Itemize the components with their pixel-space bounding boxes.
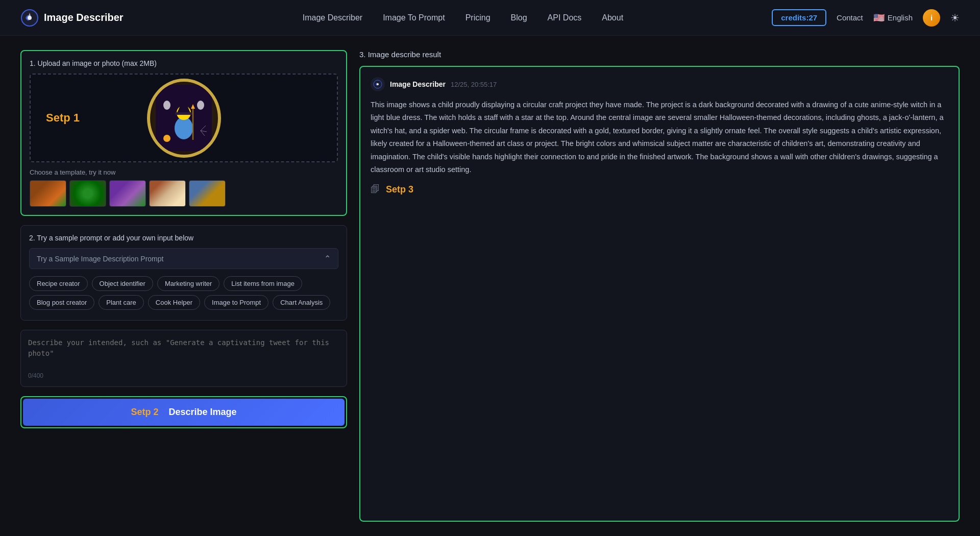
upload-title: 1. Upload an image or photo (max 2MB) (30, 59, 338, 67)
image-preview: Setp 1 (31, 75, 337, 161)
logo-icon (20, 9, 39, 27)
logo-area: Image Describer (20, 9, 124, 27)
result-timestamp: 12/25, 20:55:17 (451, 81, 497, 88)
craft-image-inner (153, 87, 214, 149)
tag-chart-analysis[interactable]: Chart Analysis (273, 295, 330, 310)
nav-api-docs[interactable]: API Docs (548, 13, 582, 22)
svg-point-3 (175, 117, 193, 139)
flag-icon: 🇺🇸 (873, 12, 885, 23)
nav-image-describer[interactable]: Image Describer (303, 13, 362, 22)
user-avatar[interactable]: i (923, 9, 940, 27)
char-count: 0/400 (28, 372, 339, 379)
result-section-title: 3. Image describe result (359, 50, 960, 59)
svg-point-16 (377, 83, 379, 85)
describe-image-button[interactable]: Setp 2 Describe Image (23, 399, 345, 426)
tag-image-to-prompt[interactable]: Image to Prompt (204, 295, 268, 310)
svg-point-11 (163, 135, 170, 142)
dropdown-placeholder: Try a Sample Image Description Prompt (37, 255, 163, 263)
nav-pricing[interactable]: Pricing (465, 13, 491, 22)
theme-toggle-icon[interactable]: ☀ (950, 12, 960, 24)
svg-point-10 (197, 101, 204, 110)
template-thumbnail-5[interactable] (189, 180, 226, 207)
left-panel: 1. Upload an image or photo (max 2MB) Se… (20, 50, 347, 522)
header-right: credits:27 Contact 🇺🇸 English i ☀ (772, 9, 960, 27)
submit-button-wrapper: Setp 2 Describe Image (20, 396, 347, 428)
template-thumbnails (30, 180, 338, 207)
language-selector[interactable]: 🇺🇸 English (873, 12, 913, 23)
copy-icon[interactable]: 🗐 (371, 184, 380, 195)
result-logo (371, 77, 385, 91)
nav-image-to-prompt[interactable]: Image To Prompt (383, 13, 445, 22)
template-thumbnail-2[interactable] (69, 180, 106, 207)
prompt-section: 2. Try a sample prompt or add your own i… (20, 225, 347, 321)
result-header: Image Describer 12/25, 20:55:17 (371, 77, 948, 91)
nav-blog[interactable]: Blog (511, 13, 527, 22)
template-thumbnail-4[interactable] (149, 180, 186, 207)
tag-recipe-creator[interactable]: Recipe creator (29, 276, 88, 291)
svg-rect-6 (175, 112, 192, 115)
logo-title: Image Describer (44, 12, 124, 23)
tag-grid: Recipe creator Object identifier Marketi… (29, 276, 338, 310)
svg-point-9 (163, 101, 170, 110)
template-strip: Choose a template, try it now (30, 168, 338, 207)
tag-list-items[interactable]: List items from image (224, 276, 302, 291)
prompt-section-title: 2. Try a sample prompt or add your own i… (29, 234, 338, 242)
step1-label: Setp 1 (46, 111, 80, 125)
template-thumbnail-1[interactable] (30, 180, 66, 207)
result-sender: Image Describer (390, 80, 446, 88)
craft-image-mock (147, 79, 221, 158)
upload-section: 1. Upload an image or photo (max 2MB) Se… (20, 50, 347, 216)
contact-link[interactable]: Contact (837, 13, 863, 22)
main-content: 1. Upload an image or photo (max 2MB) Se… (0, 36, 980, 536)
language-label: English (888, 13, 913, 22)
tag-object-identifier[interactable]: Object identifier (92, 276, 153, 291)
result-footer: 🗐 Setp 3 (371, 184, 948, 195)
prompt-dropdown[interactable]: Try a Sample Image Description Prompt ⌃ (29, 248, 338, 269)
tag-plant-care[interactable]: Plant care (99, 295, 144, 310)
tag-marketing-writer[interactable]: Marketing writer (157, 276, 219, 291)
result-box: Image Describer 12/25, 20:55:17 This ima… (359, 66, 960, 522)
result-text: This image shows a child proudly display… (371, 99, 948, 176)
template-strip-label: Choose a template, try it now (30, 168, 338, 176)
header: Image Describer Image Describer Image To… (0, 0, 980, 36)
step2-label: Setp 2 (131, 407, 158, 418)
chevron-up-icon: ⌃ (324, 254, 331, 263)
right-panel: 3. Image describe result Image Describer… (359, 50, 960, 522)
custom-prompt-textarea[interactable] (28, 337, 339, 368)
step3-label: Setp 3 (386, 184, 413, 195)
tag-blog-post-creator[interactable]: Blog post creator (29, 295, 94, 310)
custom-input-section: 0/400 (20, 330, 347, 387)
submit-button-label: Describe Image (168, 407, 236, 418)
witch-svg (156, 85, 212, 151)
result-logo-icon (373, 80, 382, 89)
nav-about[interactable]: About (602, 13, 623, 22)
credits-button[interactable]: credits:27 (772, 9, 826, 26)
tag-cook-helper[interactable]: Cook Helper (148, 295, 200, 310)
main-nav: Image Describer Image To Prompt Pricing … (154, 13, 772, 22)
template-thumbnail-3[interactable] (109, 180, 146, 207)
upload-area[interactable]: Setp 1 (30, 74, 338, 162)
